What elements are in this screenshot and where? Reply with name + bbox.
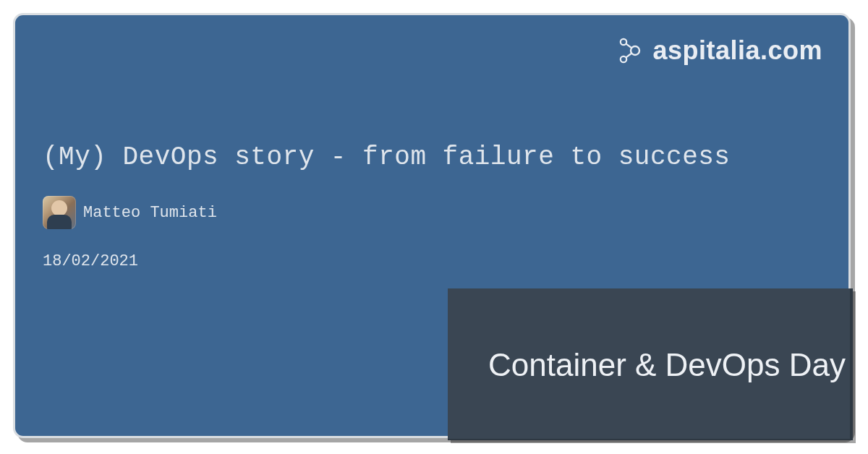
brand-logo-icon: [616, 36, 645, 65]
talk-date: 18/02/2021: [43, 252, 138, 270]
brand-logo: aspitalia.com: [616, 35, 822, 66]
event-name: Container & DevOps Day: [488, 345, 846, 385]
author-block: Matteo Tumiati: [43, 196, 217, 229]
promo-card: aspitalia.com (My) DevOps story - from f…: [13, 13, 851, 438]
author-avatar: [43, 196, 76, 229]
talk-title: (My) DevOps story - from failure to succ…: [43, 142, 821, 172]
brand-name: aspitalia.com: [652, 35, 822, 66]
event-panel: Container & DevOps Day: [448, 288, 853, 440]
svg-line-4: [626, 53, 632, 58]
svg-line-3: [626, 43, 632, 48]
author-name: Matteo Tumiati: [83, 204, 217, 222]
